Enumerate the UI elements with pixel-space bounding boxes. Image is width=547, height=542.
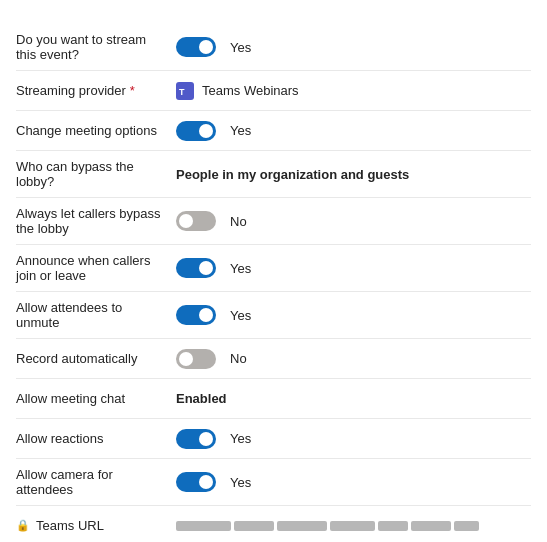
- toggle-announce-callers[interactable]: [176, 258, 216, 278]
- row-label-record-automatically: Record automatically: [16, 351, 176, 366]
- label-text: Do you want to stream this event?: [16, 32, 168, 62]
- label-text: Streaming provider: [16, 83, 126, 98]
- row-teams-url: 🔒Teams URL: [16, 506, 531, 542]
- url-segment: [176, 521, 231, 531]
- teams-logo-icon: T: [176, 82, 194, 100]
- url-segment: [378, 521, 408, 531]
- row-label-allow-meeting-chat: Allow meeting chat: [16, 391, 176, 406]
- row-stream-event: Do you want to stream this event?Yes: [16, 24, 531, 71]
- row-value-allow-unmute[interactable]: Yes: [176, 305, 531, 325]
- url-segment: [234, 521, 274, 531]
- row-label-change-meeting-options: Change meeting options: [16, 123, 176, 138]
- label-text: Always let callers bypass the lobby: [16, 206, 168, 236]
- provider-label: Teams Webinars: [202, 83, 299, 98]
- row-value-streaming-provider: T Teams Webinars: [176, 82, 531, 100]
- url-segment: [454, 521, 479, 531]
- row-label-allow-reactions: Allow reactions: [16, 431, 176, 446]
- toggle-always-callers-bypass[interactable]: [176, 211, 216, 231]
- row-value-allow-meeting-chat: Enabled: [176, 391, 531, 406]
- row-who-bypass-lobby: Who can bypass the lobby?People in my or…: [16, 151, 531, 198]
- row-label-who-bypass-lobby: Who can bypass the lobby?: [16, 159, 176, 189]
- toggle-label: No: [230, 351, 247, 366]
- lock-icon: 🔒: [16, 519, 30, 532]
- toggle-label: Yes: [230, 261, 251, 276]
- bold-value: Enabled: [176, 391, 227, 406]
- toggle-thumb: [199, 475, 213, 489]
- url-segment: [330, 521, 375, 531]
- row-value-allow-camera[interactable]: Yes: [176, 472, 531, 492]
- row-value-allow-reactions[interactable]: Yes: [176, 429, 531, 449]
- toggle-allow-reactions[interactable]: [176, 429, 216, 449]
- toggle-thumb: [199, 261, 213, 275]
- toggle-thumb: [199, 432, 213, 446]
- toggle-thumb: [199, 124, 213, 138]
- toggle-label: No: [230, 214, 247, 229]
- toggle-allow-camera[interactable]: [176, 472, 216, 492]
- settings-container: Do you want to stream this event?YesStre…: [0, 0, 547, 542]
- row-label-announce-callers: Announce when callers join or leave: [16, 253, 176, 283]
- label-text: Allow camera for attendees: [16, 467, 168, 497]
- label-text: Change meeting options: [16, 123, 157, 138]
- row-value-change-meeting-options[interactable]: Yes: [176, 121, 531, 141]
- row-value-record-automatically[interactable]: No: [176, 349, 531, 369]
- row-always-callers-bypass: Always let callers bypass the lobbyNo: [16, 198, 531, 245]
- label-text: Allow meeting chat: [16, 391, 125, 406]
- rows-container: Do you want to stream this event?YesStre…: [16, 24, 531, 542]
- row-label-streaming-provider: Streaming provider *: [16, 83, 176, 98]
- url-segment: [411, 521, 451, 531]
- toggle-label: Yes: [230, 475, 251, 490]
- row-value-stream-event[interactable]: Yes: [176, 37, 531, 57]
- toggle-label: Yes: [230, 40, 251, 55]
- row-value-announce-callers[interactable]: Yes: [176, 258, 531, 278]
- toggle-label: Yes: [230, 308, 251, 323]
- bold-value: People in my organization and guests: [176, 167, 409, 182]
- label-text: Who can bypass the lobby?: [16, 159, 168, 189]
- svg-text:T: T: [179, 87, 185, 97]
- row-value-teams-url: [176, 521, 531, 531]
- label-text: Teams URL: [36, 518, 104, 533]
- toggle-label: Yes: [230, 123, 251, 138]
- toggle-record-automatically[interactable]: [176, 349, 216, 369]
- row-value-always-callers-bypass[interactable]: No: [176, 211, 531, 231]
- toggle-label: Yes: [230, 431, 251, 446]
- label-text: Record automatically: [16, 351, 137, 366]
- row-record-automatically: Record automaticallyNo: [16, 339, 531, 379]
- required-star: *: [130, 83, 135, 98]
- toggle-thumb: [199, 308, 213, 322]
- toggle-thumb: [199, 40, 213, 54]
- row-label-allow-unmute: Allow attendees to unmute: [16, 300, 176, 330]
- label-text: Allow reactions: [16, 431, 103, 446]
- row-allow-camera: Allow camera for attendeesYes: [16, 459, 531, 506]
- row-value-who-bypass-lobby: People in my organization and guests: [176, 167, 531, 182]
- row-streaming-provider: Streaming provider * T Teams Webinars: [16, 71, 531, 111]
- label-text: Allow attendees to unmute: [16, 300, 168, 330]
- row-label-stream-event: Do you want to stream this event?: [16, 32, 176, 62]
- row-label-teams-url: 🔒Teams URL: [16, 518, 176, 533]
- row-label-always-callers-bypass: Always let callers bypass the lobby: [16, 206, 176, 236]
- toggle-change-meeting-options[interactable]: [176, 121, 216, 141]
- row-change-meeting-options: Change meeting optionsYes: [16, 111, 531, 151]
- toggle-stream-event[interactable]: [176, 37, 216, 57]
- row-allow-reactions: Allow reactionsYes: [16, 419, 531, 459]
- row-label-allow-camera: Allow camera for attendees: [16, 467, 176, 497]
- row-announce-callers: Announce when callers join or leaveYes: [16, 245, 531, 292]
- url-segment: [277, 521, 327, 531]
- toggle-thumb: [179, 352, 193, 366]
- label-text: Announce when callers join or leave: [16, 253, 168, 283]
- toggle-thumb: [179, 214, 193, 228]
- row-allow-meeting-chat: Allow meeting chatEnabled: [16, 379, 531, 419]
- toggle-allow-unmute[interactable]: [176, 305, 216, 325]
- row-allow-unmute: Allow attendees to unmuteYes: [16, 292, 531, 339]
- url-blurred-value: [176, 521, 486, 531]
